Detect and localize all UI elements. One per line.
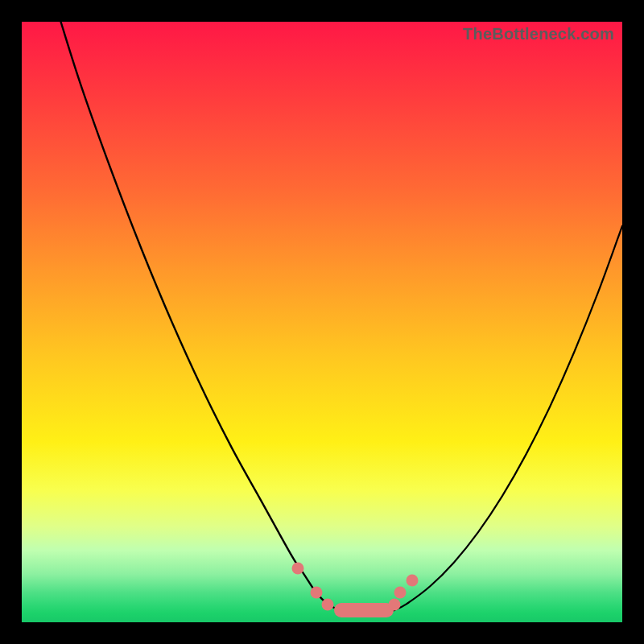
right-curve xyxy=(394,226,622,610)
marker-point xyxy=(406,574,418,586)
marker-point xyxy=(322,598,334,610)
chart-frame: TheBottleneck.com xyxy=(0,0,644,644)
watermark-text: TheBottleneck.com xyxy=(463,25,614,43)
marker-point xyxy=(292,562,304,574)
marker-point xyxy=(388,598,400,610)
marker-point xyxy=(310,586,322,598)
chart-plot-area: TheBottleneck.com xyxy=(22,22,622,622)
marker-point xyxy=(394,586,406,598)
marker-bottom-cluster xyxy=(334,603,394,617)
left-curve xyxy=(60,22,340,610)
curve-layer xyxy=(22,22,622,622)
